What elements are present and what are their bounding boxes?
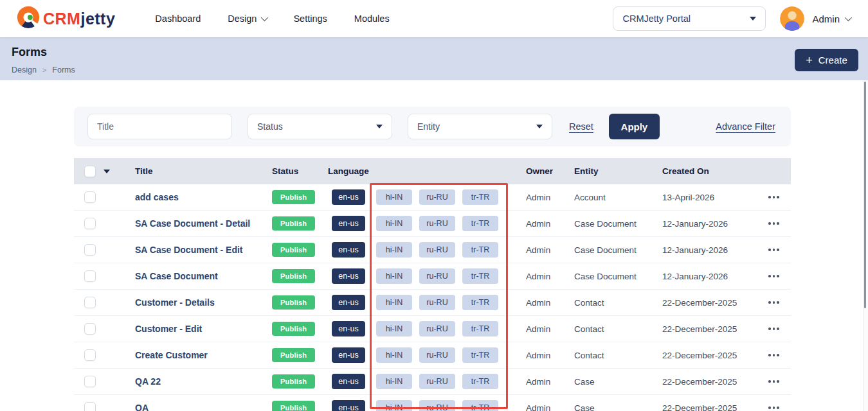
user-avatar[interactable] <box>780 6 804 31</box>
vertical-scrollbar-thumb[interactable] <box>864 82 866 308</box>
language-tag: hi-IN <box>376 268 412 284</box>
row-actions-button[interactable] <box>755 237 791 263</box>
form-title-link[interactable]: add cases <box>135 192 179 202</box>
select-menu-caret-icon[interactable] <box>104 170 110 173</box>
status-badge: Publish <box>272 243 315 257</box>
ellipsis-icon <box>768 275 771 277</box>
form-title-link[interactable]: Create Customer <box>135 350 208 360</box>
breadcrumb-design[interactable]: Design <box>12 66 37 74</box>
row-checkbox[interactable] <box>84 297 96 308</box>
form-title-link[interactable]: Customer - Details <box>135 297 215 308</box>
row-checkbox[interactable] <box>84 349 96 361</box>
language-tag: hi-IN <box>376 295 412 310</box>
row-actions-button[interactable] <box>755 211 791 236</box>
ellipsis-icon <box>768 249 771 251</box>
form-title-link[interactable]: SA Case Document - Detail <box>135 218 250 229</box>
row-checkbox[interactable] <box>84 244 96 256</box>
ellipsis-icon <box>777 354 779 356</box>
status-badge: Publish <box>272 401 315 411</box>
table-row: SA Case Document Publish en-ushi-INru-RU… <box>74 263 791 290</box>
ellipsis-icon <box>768 328 771 330</box>
table-header-row: Title Status Language Owner Entity Creat… <box>74 158 791 184</box>
crmjetty-logo[interactable]: CRMjetty <box>16 5 115 32</box>
owner-cell: Admin <box>526 272 574 281</box>
language-tag: en-us <box>332 321 365 337</box>
form-title-link[interactable]: QA <box>135 403 149 411</box>
entity-cell: Contact <box>574 298 662 308</box>
status-badge: Publish <box>272 295 315 310</box>
select-all-checkbox[interactable] <box>84 166 96 177</box>
column-header-owner: Owner <box>526 166 574 176</box>
row-checkbox[interactable] <box>84 323 96 335</box>
breadcrumb-forms: Forms <box>52 66 75 74</box>
language-tags: en-ushi-INru-RUtr-TR <box>328 242 526 258</box>
nav-item-design[interactable]: Design <box>228 13 266 24</box>
owner-cell: Admin <box>526 219 574 229</box>
entity-filter-select[interactable]: Entity <box>408 114 552 139</box>
status-badge: Publish <box>272 190 315 204</box>
row-actions-button[interactable] <box>755 342 791 368</box>
owner-cell: Admin <box>526 403 574 411</box>
advance-filter-link[interactable]: Advance Filter <box>716 121 775 132</box>
language-tags: en-ushi-INru-RUtr-TR <box>328 216 526 231</box>
language-tag: tr-TR <box>462 321 498 337</box>
language-tag: hi-IN <box>376 189 412 205</box>
language-tag: hi-IN <box>376 374 412 389</box>
row-checkbox[interactable] <box>84 402 96 411</box>
table-row: Create Customer Publish en-ushi-INru-RUt… <box>74 342 791 369</box>
row-checkbox[interactable] <box>84 376 96 387</box>
nav-item-dashboard[interactable]: Dashboard <box>155 13 201 24</box>
language-tag: hi-IN <box>376 400 412 411</box>
ellipsis-icon <box>768 301 771 304</box>
row-actions-button[interactable] <box>755 316 791 342</box>
row-checkbox[interactable] <box>84 191 96 203</box>
language-tag: en-us <box>332 400 365 411</box>
apply-button[interactable]: Apply <box>609 114 660 139</box>
row-actions-button[interactable] <box>755 369 791 394</box>
ellipsis-icon <box>773 249 775 251</box>
row-actions-button[interactable] <box>755 395 791 411</box>
row-checkbox[interactable] <box>84 218 96 229</box>
page-title: Forms <box>12 46 47 59</box>
user-menu[interactable]: Admin <box>812 13 850 24</box>
entity-cell: Contact <box>574 324 662 334</box>
ellipsis-icon <box>768 354 771 356</box>
ellipsis-icon <box>768 380 771 383</box>
portal-select[interactable]: CRMJetty Portal <box>613 6 766 31</box>
column-header-language: Language <box>328 166 526 176</box>
language-tag: ru-RU <box>419 321 455 337</box>
ellipsis-icon <box>768 407 771 409</box>
form-title-link[interactable]: Customer - Edit <box>135 324 202 334</box>
language-tags: en-ushi-INru-RUtr-TR <box>328 268 526 284</box>
language-tag: en-us <box>332 374 365 389</box>
language-tag: hi-IN <box>376 216 412 231</box>
status-filter-select[interactable]: Status <box>248 114 392 139</box>
row-actions-button[interactable] <box>755 263 791 289</box>
nav-item-settings[interactable]: Settings <box>293 13 327 24</box>
page-header-band: Forms Design > Forms + Create <box>0 37 868 80</box>
table-row: Customer - Edit Publish en-ushi-INru-RUt… <box>74 316 791 342</box>
nav-item-modules[interactable]: Modules <box>354 13 390 24</box>
ellipsis-icon <box>768 196 771 198</box>
created-on-cell: 12-January-2026 <box>662 219 755 229</box>
table-row: SA Case Document - Detail Publish en-ush… <box>74 211 791 237</box>
row-actions-button[interactable] <box>755 184 791 210</box>
entity-cell: Contact <box>574 351 662 360</box>
entity-cell: Case Document <box>574 219 662 229</box>
entity-cell: Case <box>574 403 662 411</box>
row-actions-button[interactable] <box>755 290 791 315</box>
created-on-cell: 12-January-2026 <box>662 245 755 255</box>
form-title-link[interactable]: SA Case Document <box>135 271 218 281</box>
create-button[interactable]: + Create <box>795 49 858 71</box>
form-title-link[interactable]: SA Case Document - Edit <box>135 245 243 255</box>
language-tags: en-ushi-INru-RUtr-TR <box>328 295 526 310</box>
reset-link[interactable]: Reset <box>569 121 593 132</box>
status-badge: Publish <box>272 374 315 389</box>
title-filter-input[interactable] <box>87 114 232 139</box>
language-tag: ru-RU <box>419 347 455 363</box>
create-button-label: Create <box>818 55 847 66</box>
row-checkbox[interactable] <box>84 270 96 282</box>
language-tag: ru-RU <box>419 216 455 231</box>
language-tag: tr-TR <box>462 400 498 411</box>
form-title-link[interactable]: QA 22 <box>135 376 161 387</box>
